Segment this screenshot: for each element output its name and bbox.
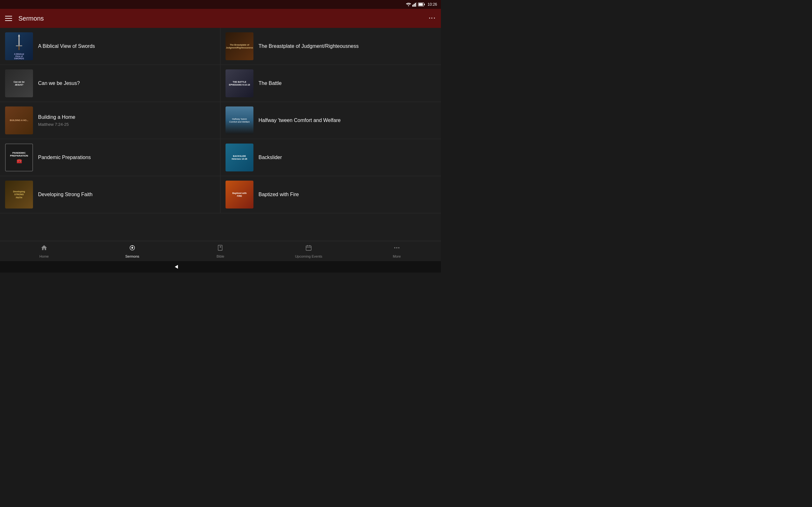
time-display: 10:26 — [427, 2, 437, 7]
nav-item-sermons[interactable]: Sermons — [88, 242, 176, 261]
sermon-info: Baptized with Fire — [258, 191, 436, 198]
svg-point-23 — [396, 247, 397, 248]
home-button[interactable] — [217, 264, 223, 270]
sermon-thumbnail: DevelopingSTRONGFAITH — [5, 181, 33, 209]
app-bar: Sermons ⋮ — [0, 9, 441, 28]
sermon-thumbnail: A BiblicalView ofSWORDS — [5, 32, 33, 60]
sermon-thumbnail: PANDEMICPREPARATION🧰 — [5, 144, 33, 171]
nav-item-more[interactable]: More — [353, 242, 441, 261]
svg-point-13 — [131, 247, 133, 249]
menu-button[interactable] — [5, 16, 12, 21]
sermon-item[interactable]: Halfway 'tweenComfort and Welfare Halfwa… — [220, 102, 441, 139]
sermon-info: A Biblical View of Swords — [38, 43, 215, 50]
sermon-info: Pandemic Preparations — [38, 154, 215, 161]
sermon-item[interactable]: The Breastplate ofJudgment/Righteousness… — [220, 28, 441, 65]
sermon-title: Baptized with Fire — [258, 191, 436, 198]
svg-marker-25 — [175, 265, 178, 269]
nav-icon-sermons — [129, 244, 136, 253]
svg-rect-15 — [218, 245, 222, 250]
bottom-navigation: Home Sermons Bible Upcoming Events More — [0, 241, 441, 261]
svg-rect-6 — [419, 3, 423, 6]
sermon-title: Halfway 'tween Comfort and Welfare — [258, 117, 436, 124]
status-bar: 10:26 — [0, 0, 441, 9]
sermon-item[interactable]: Can we beJESUS? Can we be Jesus? — [0, 65, 220, 102]
sermon-thumbnail: BUILDING A HO... — [5, 107, 33, 134]
svg-rect-11 — [18, 46, 20, 50]
sermon-item[interactable]: DevelopingSTRONGFAITH Developing Strong … — [0, 176, 220, 213]
signal-icon — [412, 2, 417, 7]
sermon-thumbnail: Can we beJESUS? — [5, 69, 33, 97]
battery-icon — [418, 3, 425, 6]
svg-rect-7 — [424, 4, 425, 5]
sermon-thumbnail: BACKSLIDEHebrews 10:26 — [225, 144, 253, 171]
recents-button[interactable] — [262, 264, 268, 270]
svg-rect-18 — [306, 245, 311, 250]
sermon-title: The Battle — [258, 80, 436, 87]
sermon-title: Pandemic Preparations — [38, 154, 215, 161]
svg-point-24 — [398, 247, 400, 248]
svg-rect-2 — [414, 4, 415, 7]
nav-label-home: Home — [39, 255, 49, 258]
sermon-info: The Breastplate of Judgment/Righteousnes… — [258, 43, 436, 50]
sermon-item[interactable]: THE BATTLEEPHESIANS 6:10-18 The Battle — [220, 65, 441, 102]
sermon-title: A Biblical View of Swords — [38, 43, 215, 50]
svg-marker-9 — [18, 34, 20, 37]
sermon-info: The Battle — [258, 80, 436, 87]
sermon-thumbnail: Baptized withFIRE — [225, 181, 253, 209]
sermon-info: Building a Home Matthew 7:24-25 — [38, 114, 215, 127]
overflow-menu-button[interactable]: ⋮ — [428, 14, 436, 22]
nav-label-events: Upcoming Events — [295, 255, 322, 258]
svg-rect-10 — [16, 45, 22, 46]
nav-item-events[interactable]: Upcoming Events — [264, 242, 353, 261]
svg-point-22 — [394, 247, 396, 248]
sermon-title: Backslider — [258, 154, 436, 161]
sermon-thumbnail: THE BATTLEEPHESIANS 6:10-18 — [225, 69, 253, 97]
sermon-item[interactable]: PANDEMICPREPARATION🧰 Pandemic Preparatio… — [0, 139, 220, 176]
sermon-info: Can we be Jesus? — [38, 80, 215, 87]
nav-label-sermons: Sermons — [125, 255, 139, 258]
content-area: A BiblicalView ofSWORDS A Biblical View … — [0, 28, 441, 241]
sermon-title: Building a Home — [38, 114, 215, 121]
sermon-thumbnail: Halfway 'tweenComfort and Welfare — [225, 107, 253, 134]
svg-rect-3 — [415, 3, 416, 7]
nav-icon-events — [305, 244, 312, 253]
sermon-thumbnail: The Breastplate ofJudgment/Righteousness — [225, 32, 253, 60]
nav-item-bible[interactable]: Bible — [176, 242, 264, 261]
nav-icon-bible — [217, 244, 224, 253]
nav-icon-home — [41, 244, 48, 253]
sermon-title: The Breastplate of Judgment/Righteousnes… — [258, 43, 436, 50]
svg-rect-4 — [416, 2, 417, 7]
status-icons: 10:26 — [406, 2, 437, 7]
android-nav-bar — [0, 261, 441, 273]
sermon-info: Developing Strong Faith — [38, 191, 215, 198]
nav-label-more: More — [393, 255, 401, 258]
sermon-item[interactable]: BACKSLIDEHebrews 10:26 Backslider — [220, 139, 441, 176]
sermon-item[interactable]: BUILDING A HO... Building a Home Matthew… — [0, 102, 220, 139]
wifi-icon — [406, 3, 411, 6]
nav-item-home[interactable]: Home — [0, 242, 88, 261]
sermon-info: Backslider — [258, 154, 436, 161]
app-title: Sermons — [18, 15, 44, 22]
sermons-grid: A BiblicalView ofSWORDS A Biblical View … — [0, 28, 441, 213]
sermon-item[interactable]: A BiblicalView ofSWORDS A Biblical View … — [0, 28, 220, 65]
app-bar-left: Sermons — [5, 15, 44, 22]
sermon-title: Can we be Jesus? — [38, 80, 215, 87]
nav-icon-more — [393, 244, 400, 253]
back-button[interactable] — [173, 264, 179, 270]
sermon-item[interactable]: Baptized withFIRE Baptized with Fire — [220, 176, 441, 213]
sermon-info: Halfway 'tween Comfort and Welfare — [258, 117, 436, 124]
sermon-subtitle: Matthew 7:24-25 — [38, 122, 215, 127]
sermon-title: Developing Strong Faith — [38, 191, 215, 198]
nav-label-bible: Bible — [217, 255, 224, 258]
svg-rect-1 — [412, 5, 413, 7]
svg-point-0 — [408, 5, 409, 6]
svg-rect-14 — [132, 245, 133, 246]
